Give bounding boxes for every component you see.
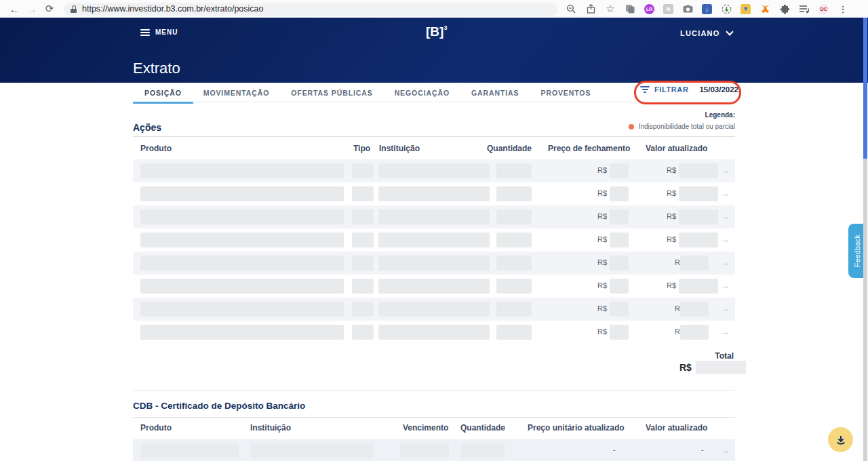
row-arrow-icon[interactable]: →: [719, 444, 730, 456]
redacted-instituicao: [378, 256, 490, 270]
playlist-icon[interactable]: [799, 3, 810, 14]
browser-reload-icon[interactable]: ⟳: [41, 3, 58, 15]
redacted-preco: [610, 302, 629, 317]
currency-prefix: R$: [665, 235, 676, 243]
redacted-instituicao: [251, 443, 373, 458]
hamburger-icon: [140, 29, 150, 36]
redacted-produto: [140, 256, 344, 270]
extension-lr-icon[interactable]: LR: [644, 4, 654, 14]
scrollbar-track[interactable]: [863, 18, 867, 461]
download-icon: [835, 434, 847, 446]
redacted-preco: [610, 163, 629, 178]
redacted-valor: [680, 256, 709, 270]
redacted-valor: [679, 209, 718, 224]
empty-preco: -: [613, 445, 616, 454]
redacted-quantidade: [496, 256, 532, 270]
extension-downloader-circle-icon[interactable]: [721, 3, 732, 14]
redacted-tipo: [352, 209, 374, 224]
chevron-down-icon: [726, 28, 733, 35]
currency-prefix: R$: [665, 166, 676, 174]
cdb-table-header: Produto Instituição Vencimento Quantidad…: [133, 423, 735, 433]
filter-button[interactable]: FILTRAR 15/03/2022: [640, 85, 738, 94]
extension-m-icon[interactable]: M: [663, 4, 673, 14]
col-produto: Produto: [140, 423, 172, 433]
section-title-cdb: CDB - Certificado de Depósito Bancário: [133, 401, 305, 411]
app-header: MENU [B]3 LUCIANO Extrato: [0, 18, 868, 83]
scrollbar-thumb[interactable]: [863, 18, 867, 159]
currency-prefix: R$: [595, 304, 607, 313]
menu-button[interactable]: MENU: [140, 28, 178, 36]
table-row[interactable]: R$ R$ →: [133, 205, 735, 228]
metamask-fox-icon[interactable]: [760, 3, 770, 14]
table-row[interactable]: R$ R$ →: [133, 182, 735, 205]
table-row[interactable]: R$ R$ →: [133, 252, 735, 275]
redacted-tipo: [352, 325, 374, 340]
table-row[interactable]: R$ R$ →: [133, 321, 735, 344]
col-vencimento: Vencimento: [403, 423, 448, 433]
url-text[interactable]: https://www.investidor.b3.com.br/extrato…: [82, 4, 264, 14]
bookmark-star-icon[interactable]: ☆: [605, 3, 616, 14]
browser-forward-icon[interactable]: →: [23, 3, 41, 15]
extension-copy-icon[interactable]: [625, 3, 635, 14]
table-row[interactable]: R$ R$ →: [133, 159, 735, 182]
table-row[interactable]: R$ R$ →: [133, 275, 735, 298]
tab-ofertas-publicas[interactable]: OFERTAS PÚBLICAS: [291, 89, 372, 97]
browser-actions: ☆ LR M ↓ ▼ DC ⋮: [566, 3, 848, 14]
redacted-valor: [679, 279, 718, 294]
browser-menu-kebab-icon[interactable]: ⋮: [837, 3, 848, 14]
tab-negociacao[interactable]: NEGOCIAÇÃO: [395, 89, 450, 97]
redacted-preco: [610, 325, 629, 340]
total-label: Total: [715, 351, 734, 361]
tab-proventos[interactable]: PROVENTOS: [541, 89, 591, 97]
redacted-tipo: [352, 279, 374, 294]
redacted-vencimento: [400, 443, 449, 458]
redacted-preco: [610, 186, 629, 201]
col-produto: Produto: [140, 144, 172, 153]
redacted-quantidade: [496, 233, 532, 247]
extension-dc-icon[interactable]: DC: [818, 4, 829, 14]
redacted-tipo: [352, 163, 374, 178]
b3-logo-sup: 3: [443, 24, 447, 31]
row-arrow-icon[interactable]: →: [719, 210, 730, 222]
row-arrow-icon[interactable]: →: [719, 302, 730, 314]
legend-item: Indisponibilidade total ou parcial: [629, 123, 735, 130]
row-arrow-icon[interactable]: →: [719, 279, 730, 291]
b3-logo[interactable]: [B]3: [426, 24, 447, 39]
user-menu[interactable]: LUCIANO: [680, 29, 732, 37]
browser-back-icon[interactable]: ←: [5, 3, 23, 15]
row-arrow-icon[interactable]: →: [719, 325, 730, 337]
redacted-tipo: [352, 233, 374, 247]
row-arrow-icon[interactable]: →: [719, 164, 730, 176]
table-row[interactable]: - - →: [133, 439, 735, 461]
address-bar[interactable]: https://www.investidor.b3.com.br/extrato…: [64, 3, 557, 16]
redacted-instituicao: [378, 302, 490, 317]
section-rule: [133, 417, 735, 418]
row-arrow-icon[interactable]: →: [719, 233, 730, 245]
redacted-tipo: [352, 256, 374, 270]
redacted-produto: [140, 209, 344, 224]
redacted-total: [696, 361, 746, 374]
share-icon[interactable]: [585, 3, 596, 14]
tab-movimentacao[interactable]: MOVIMENTAÇÃO: [203, 89, 270, 97]
tab-bar: POSIÇÃO MOVIMENTAÇÃO OFERTAS PÚBLICAS NE…: [133, 83, 601, 102]
extensions-puzzle-icon[interactable]: [779, 3, 790, 14]
extension-download-icon[interactable]: ↓: [702, 4, 712, 14]
row-arrow-icon[interactable]: →: [719, 187, 730, 199]
b3-logo-text: [B]: [426, 24, 443, 39]
download-fab-button[interactable]: [828, 427, 853, 452]
currency-prefix: R$: [595, 212, 607, 220]
table-row[interactable]: R$ R$ →: [133, 228, 735, 252]
redacted-valor: [680, 302, 709, 317]
redacted-instituicao: [378, 163, 490, 178]
tab-posicao[interactable]: POSIÇÃO: [144, 89, 182, 97]
zoom-out-icon[interactable]: [566, 3, 576, 14]
lock-icon[interactable]: [71, 5, 77, 13]
redacted-preco: [610, 233, 629, 247]
extension-camera-icon[interactable]: [682, 3, 693, 14]
redacted-preco: [610, 279, 629, 294]
tab-garantias[interactable]: GARANTIAS: [471, 89, 519, 97]
browser-toolbar: ← → ⟳ https://www.investidor.b3.com.br/e…: [0, 0, 868, 18]
table-row[interactable]: R$ R$ →: [133, 298, 735, 321]
extension-bird-icon[interactable]: ▼: [741, 4, 751, 14]
row-arrow-icon[interactable]: →: [719, 256, 730, 268]
